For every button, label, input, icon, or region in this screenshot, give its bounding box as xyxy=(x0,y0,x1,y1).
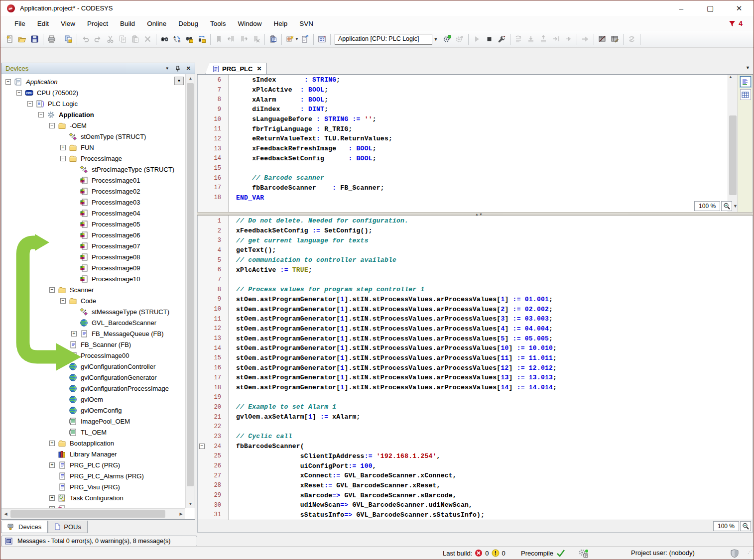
find-icon[interactable] xyxy=(158,33,171,45)
panel-close-icon[interactable]: ✕ xyxy=(186,65,191,72)
tree-item-processimage04[interactable]: ProcessImage04 xyxy=(1,208,185,219)
tree-item-code[interactable]: −Code xyxy=(1,295,185,306)
paste-icon[interactable] xyxy=(129,33,141,45)
close-button[interactable]: ✕ xyxy=(725,0,754,16)
find-in-project-icon[interactable] xyxy=(183,33,196,45)
tree-item-processimage02[interactable]: ProcessImage02 xyxy=(1,186,185,197)
tree-item-library-manager[interactable]: Library Manager xyxy=(1,448,185,459)
tree-horizontal-scrollbar[interactable]: ◀ ▶ xyxy=(1,508,185,519)
menu-tools[interactable]: Tools xyxy=(204,18,232,29)
expand-box-icon[interactable]: − xyxy=(27,101,33,107)
expand-box-icon[interactable]: − xyxy=(49,123,55,128)
previous-bookmark-icon[interactable] xyxy=(225,33,238,45)
tree-item-fun[interactable]: +FUN xyxy=(1,142,185,153)
panel-menu-icon[interactable]: ▼ xyxy=(165,66,169,71)
tree-item-plc-logic[interactable]: −PLC Logic xyxy=(1,98,185,109)
show-next-statement-icon[interactable] xyxy=(562,33,575,45)
declaration-pane[interactable]: 6 sIndex : STRING;7 xPlcActive : BOOL;8 … xyxy=(197,75,753,212)
menu-project[interactable]: Project xyxy=(81,18,114,29)
tree-item-processimage[interactable]: −ProcessImage xyxy=(1,153,185,164)
expand-box-icon[interactable]: − xyxy=(60,298,66,304)
tree-item-prg-plc-prg-[interactable]: +PRG_PLC (PRG) xyxy=(1,459,185,470)
clear-bookmarks-icon[interactable] xyxy=(250,33,262,45)
tab-devices[interactable]: Devices xyxy=(1,521,48,533)
step-over-icon[interactable] xyxy=(512,33,525,45)
expand-box-icon[interactable]: − xyxy=(60,156,66,161)
tree-item-processimage10[interactable]: ProcessImage10 xyxy=(1,273,185,284)
resize-grip[interactable]: ⋰ xyxy=(748,549,753,555)
device-combo-button[interactable]: ▼ xyxy=(174,77,184,85)
step-out-icon[interactable] xyxy=(537,33,550,45)
open-project-icon[interactable] xyxy=(16,33,28,45)
undo-icon[interactable] xyxy=(79,33,92,45)
tree-item-scanner[interactable]: −Scanner xyxy=(1,284,185,295)
reset-warm-icon[interactable] xyxy=(626,33,638,45)
tree-item--oem[interactable]: −-OEM xyxy=(1,120,185,131)
maximize-button[interactable]: ▢ xyxy=(696,0,725,16)
tree-vertical-scrollbar[interactable]: ▲ ▼ xyxy=(185,74,195,508)
expand-box-icon[interactable]: − xyxy=(38,112,44,117)
tree-item-processimage01[interactable]: ProcessImage01 xyxy=(1,175,185,186)
active-application-combo[interactable]: Application [CPU: PLC Logic]▼ xyxy=(335,34,439,45)
pane-splitter[interactable]: ▲▼ xyxy=(197,212,753,216)
tree-item-processimage06[interactable]: ProcessImage06 xyxy=(1,229,185,240)
tree-item-tl-oem[interactable]: TL_OEM xyxy=(1,427,185,438)
minimize-button[interactable]: – xyxy=(667,0,696,16)
expand-box-icon[interactable]: + xyxy=(49,441,55,446)
tree-item-gvloem[interactable]: gvlOem xyxy=(1,394,185,405)
expand-box-icon[interactable]: + xyxy=(49,462,55,468)
menu-view[interactable]: View xyxy=(55,18,81,29)
toggle-bookmark-icon[interactable] xyxy=(213,33,225,45)
redo-icon[interactable] xyxy=(92,33,104,45)
run-to-cursor-icon[interactable] xyxy=(550,33,562,45)
replace-in-project-icon[interactable] xyxy=(196,33,208,45)
textual-view-button[interactable] xyxy=(740,76,751,87)
device-dialog-icon[interactable] xyxy=(316,33,328,45)
implementation-pane[interactable]: 1// Do not delete. Needed for configurat… xyxy=(197,216,753,520)
implementation-zoom-level[interactable]: 100 % xyxy=(713,521,739,531)
tree-item-gvl-barcodescanner[interactable]: GVL_BarcodeScanner xyxy=(1,317,185,328)
code-fold-icon[interactable]: − xyxy=(199,444,205,449)
notification-funnel-icon[interactable] xyxy=(728,19,737,27)
declaration-scrollbar[interactable]: ▲ xyxy=(728,75,738,212)
device-tree[interactable]: −Application−CPUCPU (705002)−PLC Logic−A… xyxy=(1,74,185,508)
zoom-magnifier-icon[interactable] xyxy=(721,201,732,211)
export-icon[interactable] xyxy=(299,33,311,45)
messages-bar[interactable]: Messages - Total 0 error(s), 0 warning(s… xyxy=(1,536,197,547)
expand-box-icon[interactable]: + xyxy=(71,331,77,336)
tree-item-bootapplication[interactable]: +Bootapplication xyxy=(1,438,185,448)
menu-window[interactable]: Window xyxy=(232,18,267,29)
tabular-view-button[interactable] xyxy=(740,89,751,100)
tree-item-fb-scanner-fb-[interactable]: FB_Scanner (FB) xyxy=(1,339,185,350)
force-values-icon[interactable] xyxy=(596,33,609,45)
write-values-icon[interactable] xyxy=(609,33,621,45)
delete-icon[interactable] xyxy=(141,33,154,45)
step-into-icon[interactable] xyxy=(525,33,537,45)
tree-item-prg-plc-alarms-prg-[interactable]: PRG_PLC_Alarms (PRG) xyxy=(1,470,185,481)
menu-svn[interactable]: SVN xyxy=(293,18,319,29)
tree-item-fb-messagequeue-fb-[interactable]: +FB_MessageQueue (FB) xyxy=(1,328,185,339)
new-project-icon[interactable] xyxy=(3,33,16,45)
menu-build[interactable]: Build xyxy=(114,18,141,29)
tree-item-stmessagetype-struct-[interactable]: stMessageType (STRUCT) xyxy=(1,306,185,317)
tree-item-cpu-705002-[interactable]: −CPUCPU (705002) xyxy=(1,87,185,98)
start-icon[interactable] xyxy=(471,33,483,45)
replace-icon[interactable]: AB xyxy=(171,33,183,45)
menu-help[interactable]: Help xyxy=(267,18,293,29)
menu-file[interactable]: File xyxy=(8,18,31,29)
tree-item-gvloemconfig[interactable]: gvlOemConfig xyxy=(1,405,185,416)
breakpoints-icon[interactable] xyxy=(496,33,508,45)
tree-item-gvlconfigurationprocessimage[interactable]: gvlConfigurationProcessImage xyxy=(1,383,185,394)
tree-item-processimage08[interactable]: ProcessImage08 xyxy=(1,251,185,262)
logout-icon[interactable] xyxy=(454,33,466,45)
login-icon[interactable] xyxy=(441,33,454,45)
dropdown-arrow-icon[interactable]: ▼ xyxy=(295,37,299,41)
expand-box-icon[interactable]: − xyxy=(16,90,22,96)
menu-online[interactable]: Online xyxy=(141,18,172,29)
pin-icon[interactable] xyxy=(175,66,180,72)
tree-item-gvlconfigurationgenerator[interactable]: gvlConfigurationGenerator xyxy=(1,372,185,383)
expand-box-icon[interactable]: − xyxy=(49,287,55,293)
cut-icon[interactable] xyxy=(104,33,117,45)
tree-item-prg-visu-prg-[interactable]: PRG_Visu (PRG) xyxy=(1,481,185,492)
combo-dropdown-icon[interactable]: ▼ xyxy=(432,34,439,45)
